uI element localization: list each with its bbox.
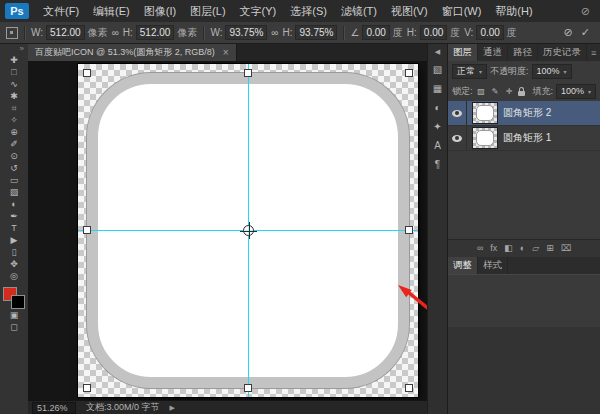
tab-styles[interactable]: 样式 [478, 257, 508, 274]
lock-pixels-icon[interactable]: ✎ [490, 85, 501, 97]
tab-adjustments[interactable]: 调整 [448, 257, 478, 274]
new-group-icon[interactable]: ▱ [532, 243, 539, 253]
v-skew-field[interactable]: V: 0.00 度 [464, 25, 517, 40]
pen-tool[interactable]: ✒ [0, 210, 28, 222]
lock-position-icon[interactable]: ✛ [504, 85, 515, 97]
status-options-arrow-icon[interactable]: ▶ [170, 404, 175, 412]
menu-type[interactable]: 文字(Y) [233, 0, 284, 22]
zoom-tool[interactable]: ◎ [0, 270, 28, 282]
document-canvas[interactable] [78, 64, 418, 397]
fill-select[interactable]: 100% ▾ [556, 84, 596, 99]
layer-name[interactable]: 圆角矩形 1 [503, 131, 551, 145]
history-brush-tool[interactable]: ↺ [0, 162, 28, 174]
move-tool[interactable]: ✚ [0, 54, 28, 66]
height-scale-field[interactable]: H: 93.75% [282, 25, 337, 40]
tab-paths[interactable]: 路径 [508, 44, 538, 61]
height-scale-value[interactable]: 93.75% [295, 25, 337, 40]
link-dimensions-icon[interactable]: ∞ [112, 27, 119, 38]
panel-menu-icon[interactable]: ≡ [587, 44, 600, 61]
crop-tool[interactable]: ⌗ [0, 102, 28, 114]
canvas-pasteboard[interactable] [28, 61, 427, 400]
character-panel-icon[interactable]: A [429, 137, 447, 153]
gradient-tool[interactable]: ▨ [0, 186, 28, 198]
eraser-tool[interactable]: ▭ [0, 174, 28, 186]
adjustment-layer-icon[interactable]: ◐ [520, 243, 525, 253]
opacity-select[interactable]: 100% ▾ [532, 64, 572, 79]
delete-layer-icon[interactable]: ⌧ [561, 243, 571, 253]
rotate-angle-field[interactable]: ∠ 0.00 度 [350, 25, 402, 40]
menu-help[interactable]: 帮助(H) [488, 0, 539, 22]
clone-stamp-tool[interactable]: ⊙ [0, 150, 28, 162]
layer-mask-icon[interactable]: ◧ [504, 243, 513, 253]
width-px-value[interactable]: 512.00 [46, 25, 85, 40]
healing-brush-tool[interactable]: ⊕ [0, 126, 28, 138]
tab-channels[interactable]: 通道 [478, 44, 508, 61]
blend-mode-select[interactable]: 正常 ▾ [452, 64, 487, 79]
visibility-cell[interactable] [448, 101, 467, 125]
menu-file[interactable]: 文件(F) [36, 0, 86, 22]
layer-thumbnail[interactable] [473, 128, 497, 148]
menu-layer[interactable]: 图层(L) [183, 0, 232, 22]
menu-view[interactable]: 视图(V) [384, 0, 435, 22]
type-tool[interactable]: T [0, 222, 28, 234]
menu-select[interactable]: 选择(S) [283, 0, 334, 22]
layer-thumbnail[interactable] [473, 103, 497, 123]
new-layer-icon[interactable]: ⊞ [546, 243, 554, 253]
lasso-tool[interactable]: ∿ [0, 78, 28, 90]
shape-tool[interactable]: ▯ [0, 246, 28, 258]
marquee-tool[interactable]: □ [0, 66, 28, 78]
h-skew-field[interactable]: H: 0.00 度 [407, 25, 460, 40]
hand-tool[interactable]: ✥ [0, 258, 28, 270]
width-scale-field[interactable]: W: 93.75% [210, 25, 267, 40]
transform-handle-middle-left[interactable] [83, 226, 91, 234]
menu-window[interactable]: 窗口(W) [435, 0, 489, 22]
expand-panels-icon[interactable]: ◀ [435, 46, 440, 58]
transform-handle-middle-right[interactable] [405, 226, 413, 234]
layer-name[interactable]: 圆角矩形 2 [503, 106, 551, 120]
transform-handle-bottom-left[interactable] [83, 384, 91, 392]
menu-edit[interactable]: 编辑(E) [86, 0, 137, 22]
brush-tool[interactable]: ✐ [0, 138, 28, 150]
tab-history[interactable]: 历史记录 [538, 44, 587, 61]
paragraph-panel-icon[interactable]: ¶ [429, 156, 447, 172]
rotate-angle-value[interactable]: 0.00 [362, 25, 389, 40]
transform-handle-bottom-center[interactable] [244, 384, 252, 392]
menu-image[interactable]: 图像(I) [137, 0, 183, 22]
dodge-tool[interactable]: ◐ [0, 198, 28, 210]
zoom-level-field[interactable]: 51.26% [32, 402, 76, 414]
transform-handle-top-center[interactable] [244, 69, 252, 77]
styles-panel-icon[interactable]: ✦ [429, 118, 447, 134]
color-panel-icon[interactable]: ▧ [429, 61, 447, 77]
path-select-tool[interactable]: ▶ [0, 234, 28, 246]
menu-filter[interactable]: 滤镜(T) [334, 0, 384, 22]
tab-layers[interactable]: 图层 [448, 44, 478, 61]
lock-transparent-icon[interactable]: ▨ [476, 85, 487, 97]
toolbar-collapse-icon[interactable]: » [20, 44, 28, 54]
layer-row-rounded-rect-1[interactable]: 圆角矩形 1 [448, 126, 600, 151]
height-px-field[interactable]: H: 512.00 像素 [123, 25, 198, 40]
width-px-field[interactable]: W: 512.00 像素 [31, 25, 108, 40]
quick-select-tool[interactable]: ✱ [0, 90, 28, 102]
eyedropper-tool[interactable]: ✧ [0, 114, 28, 126]
height-px-value[interactable]: 512.00 [136, 25, 175, 40]
document-tab[interactable]: 百度贴吧ICON @ 51.3%(圆角矩形 2, RGB/8) × [28, 44, 237, 61]
transform-reference-point[interactable] [243, 225, 254, 236]
cancel-transform-icon[interactable]: ⊘ [564, 26, 573, 39]
v-skew-value[interactable]: 0.00 [476, 25, 503, 40]
background-color-swatch[interactable] [11, 295, 25, 309]
adjustments-panel-icon[interactable]: ◐ [429, 99, 447, 115]
transform-handle-bottom-right[interactable] [405, 384, 413, 392]
close-tab-icon[interactable]: × [223, 47, 229, 58]
transform-handle-top-right[interactable] [405, 69, 413, 77]
link-layers-icon[interactable]: ∞ [477, 243, 483, 253]
lock-all-icon[interactable] [518, 91, 525, 96]
status-circle-icon[interactable]: ⊘ [581, 5, 590, 18]
transform-handle-top-left[interactable] [83, 69, 91, 77]
commit-transform-icon[interactable]: ✓ [581, 26, 590, 39]
layer-row-rounded-rect-2[interactable]: 圆角矩形 2 [448, 101, 600, 126]
link-scale-icon[interactable]: ∞ [271, 27, 278, 38]
quick-mask-icon[interactable]: ▣ [0, 309, 28, 321]
layer-style-icon[interactable]: fx [490, 243, 497, 253]
h-skew-value[interactable]: 0.00 [420, 25, 447, 40]
visibility-cell[interactable] [448, 126, 467, 150]
